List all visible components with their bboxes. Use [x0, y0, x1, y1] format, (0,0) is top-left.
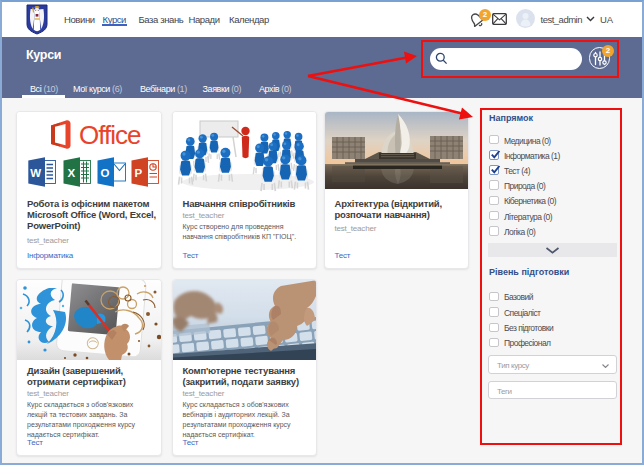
svg-text:W: W	[30, 167, 41, 179]
svg-text:O: O	[101, 167, 110, 179]
svg-text:X: X	[68, 167, 76, 179]
svg-text:Office: Office	[79, 120, 141, 150]
svg-text:P: P	[135, 167, 143, 179]
